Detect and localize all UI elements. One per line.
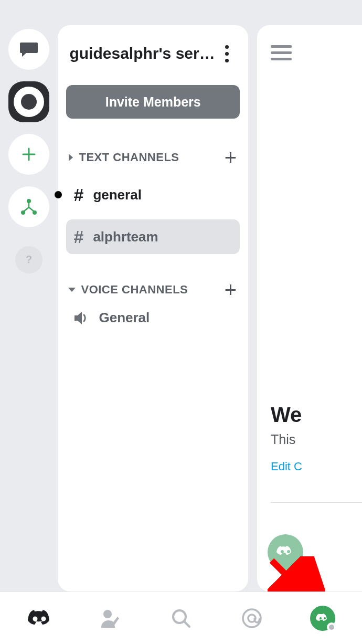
chat-panel: We This Edit C (257, 25, 362, 592)
svg-point-15 (324, 617, 326, 619)
plus-icon (21, 146, 37, 162)
divider (271, 502, 362, 503)
question-icon: ? (23, 254, 35, 266)
explore-servers-button[interactable] (8, 186, 49, 227)
svg-point-7 (33, 616, 38, 621)
voice-channel-general[interactable]: General (66, 300, 240, 335)
svg-point-4 (281, 550, 284, 553)
welcome-heading: We (271, 403, 302, 427)
at-icon (241, 607, 263, 629)
svg-point-14 (320, 617, 322, 619)
invite-members-button[interactable]: Invite Members (66, 85, 240, 119)
welcome-subtext: This (271, 432, 302, 447)
chevron-down-icon (67, 286, 77, 293)
bottom-nav (0, 592, 362, 644)
edit-channel-link[interactable]: Edit C (271, 460, 302, 473)
dm-button[interactable] (8, 29, 49, 70)
voice-channels-label: VOICE CHANNELS (81, 283, 188, 297)
friend-wave-icon (99, 608, 121, 629)
svg-line-11 (184, 621, 189, 627)
voice-channel-label: General (99, 310, 150, 326)
server-title[interactable]: guidesalphr's ser… (69, 45, 215, 62)
nav-profile[interactable] (307, 603, 338, 634)
speaker-icon (73, 311, 89, 325)
svg-point-9 (103, 610, 112, 618)
server-rail: ? (0, 0, 58, 592)
hash-icon: # (73, 185, 83, 205)
svg-point-8 (41, 616, 46, 621)
server-icon-guidesalphr[interactable] (8, 81, 49, 122)
nav-friends[interactable] (94, 603, 126, 634)
server-menu-button[interactable] (220, 43, 233, 64)
chevron-right-icon (67, 153, 74, 162)
channel-panel: guidesalphr's ser… Invite Members TEXT C… (58, 25, 248, 592)
text-channels-label: TEXT CHANNELS (79, 151, 179, 164)
hamburger-button[interactable] (271, 45, 362, 60)
nav-search[interactable] (165, 603, 197, 634)
svg-point-5 (287, 550, 290, 553)
channel-label: general (93, 187, 142, 203)
svg-point-0 (27, 199, 31, 203)
svg-text:?: ? (26, 254, 32, 265)
discord-logo-icon (275, 544, 296, 560)
svg-point-12 (243, 609, 261, 627)
channel-alphrteam[interactable]: # alphrteam (66, 219, 240, 254)
bot-avatar[interactable] (268, 534, 303, 570)
channel-label: alphrteam (93, 229, 158, 245)
status-indicator (327, 622, 336, 632)
chat-bubble-icon (19, 41, 39, 57)
help-button[interactable]: ? (15, 246, 42, 273)
discord-logo-icon (315, 613, 331, 624)
add-server-button[interactable] (8, 134, 49, 175)
channel-general[interactable]: # general (66, 177, 240, 212)
hub-icon (20, 198, 38, 216)
discord-logo-icon (26, 608, 53, 629)
search-icon (171, 608, 191, 629)
nav-mentions[interactable] (236, 603, 268, 634)
voice-channels-header[interactable]: VOICE CHANNELS + (66, 279, 240, 300)
text-channels-header[interactable]: TEXT CHANNELS + (66, 147, 240, 168)
nav-discord[interactable] (24, 603, 55, 634)
add-text-channel-button[interactable]: + (225, 147, 237, 168)
unread-indicator (55, 191, 62, 198)
hash-icon: # (73, 227, 83, 247)
add-voice-channel-button[interactable]: + (225, 279, 237, 300)
